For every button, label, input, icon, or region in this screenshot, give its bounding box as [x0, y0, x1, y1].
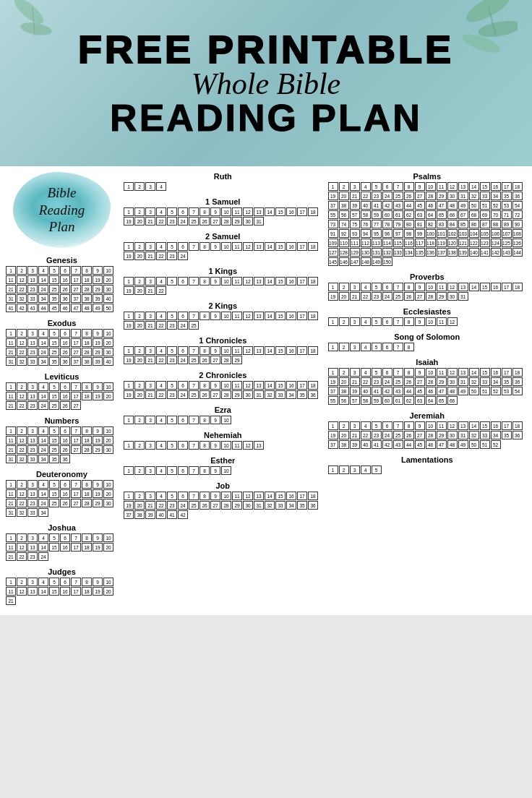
chapter-cell[interactable]: 41	[6, 304, 16, 312]
chapter-cell[interactable]: 14	[38, 338, 48, 347]
chapter-cell[interactable]: 30	[447, 192, 458, 200]
chapter-cell[interactable]: 35	[49, 455, 59, 463]
chapter-cell[interactable]: 21	[6, 285, 16, 293]
chapter-cell[interactable]: 13	[27, 436, 38, 445]
chapter-cell[interactable]: 10	[103, 382, 113, 391]
chapter-cell[interactable]: 22	[156, 501, 166, 510]
chapter-cell[interactable]: 18	[308, 492, 318, 500]
chapter-cell[interactable]: 8	[82, 480, 92, 489]
chapter-cell[interactable]: 89	[502, 220, 512, 228]
chapter-cell[interactable]: 10	[103, 426, 113, 435]
chapter-cell[interactable]: 49	[458, 387, 468, 395]
chapter-cell[interactable]: 10	[103, 480, 113, 489]
chapter-cell[interactable]: 9	[210, 466, 220, 475]
chapter-cell[interactable]: 47	[437, 440, 447, 449]
chapter-cell[interactable]: 19	[93, 436, 103, 445]
chapter-cell[interactable]: 40	[103, 294, 113, 303]
chapter-cell[interactable]: 123	[480, 239, 490, 247]
chapter-cell[interactable]: 69	[480, 210, 490, 219]
chapter-cell[interactable]: 22	[17, 552, 27, 561]
chapter-cell[interactable]: 13	[458, 368, 468, 377]
chapter-cell[interactable]: 2	[134, 207, 145, 216]
chapter-cell[interactable]: 4	[156, 381, 166, 390]
chapter-cell[interactable]: 22	[156, 252, 166, 260]
chapter-cell[interactable]: 13	[254, 346, 264, 355]
chapter-cell[interactable]: 1	[124, 312, 134, 320]
chapter-cell[interactable]: 15	[49, 543, 59, 552]
chapter-cell[interactable]: 14	[38, 587, 48, 596]
chapter-cell[interactable]: 8	[200, 381, 210, 390]
chapter-cell[interactable]: 29	[232, 390, 242, 399]
chapter-cell[interactable]: 26	[200, 217, 210, 226]
chapter-cell[interactable]: 24	[178, 356, 188, 364]
chapter-cell[interactable]: 82	[426, 220, 436, 228]
chapter-cell[interactable]: 35	[297, 390, 307, 399]
chapter-cell[interactable]: 16	[60, 587, 70, 596]
chapter-cell[interactable]: 22	[156, 390, 166, 399]
chapter-cell[interactable]: 5	[167, 381, 177, 390]
chapter-cell[interactable]: 11	[437, 283, 447, 291]
chapter-cell[interactable]: 28	[426, 292, 436, 301]
chapter-cell[interactable]: 10	[221, 312, 231, 320]
chapter-cell[interactable]: 8	[200, 346, 210, 355]
chapter-cell[interactable]: 17	[297, 346, 307, 355]
chapter-cell[interactable]: 14	[38, 392, 48, 400]
chapter-cell[interactable]: 30	[447, 431, 458, 439]
chapter-cell[interactable]: 31	[458, 292, 468, 301]
chapter-cell[interactable]: 33	[27, 294, 38, 303]
chapter-cell[interactable]: 85	[458, 220, 468, 228]
chapter-cell[interactable]: 3	[145, 312, 155, 320]
chapter-cell[interactable]: 50	[469, 440, 479, 449]
chapter-cell[interactable]: 46	[426, 387, 436, 395]
chapter-cell[interactable]: 2	[134, 416, 145, 424]
chapter-cell[interactable]: 17	[71, 392, 81, 400]
chapter-cell[interactable]: 108	[512, 229, 523, 238]
chapter-cell[interactable]: 26	[60, 499, 70, 507]
chapter-cell[interactable]: 31	[458, 431, 468, 439]
chapter-cell[interactable]: 19	[93, 338, 103, 347]
chapter-cell[interactable]: 11	[232, 242, 242, 251]
chapter-cell[interactable]: 8	[200, 207, 210, 216]
chapter-cell[interactable]: 4	[38, 266, 48, 275]
chapter-cell[interactable]: 45	[415, 387, 425, 395]
chapter-cell[interactable]: 6	[178, 492, 188, 500]
chapter-cell[interactable]: 20	[103, 392, 113, 400]
chapter-cell[interactable]: 112	[361, 239, 371, 247]
chapter-cell[interactable]: 15	[275, 242, 286, 251]
chapter-cell[interactable]: 56	[339, 396, 349, 405]
chapter-cell[interactable]: 6	[178, 207, 188, 216]
chapter-cell[interactable]: 46	[60, 304, 70, 312]
chapter-cell[interactable]: 11	[437, 421, 447, 430]
chapter-cell[interactable]: 24	[178, 217, 188, 226]
chapter-cell[interactable]: 47	[437, 201, 447, 210]
chapter-cell[interactable]: 23	[372, 292, 382, 301]
chapter-cell[interactable]: 54	[512, 201, 523, 210]
chapter-cell[interactable]: 7	[71, 533, 81, 542]
chapter-cell[interactable]: 5	[372, 421, 382, 430]
chapter-cell[interactable]: 1	[328, 317, 338, 326]
chapter-cell[interactable]: 27	[210, 390, 220, 399]
chapter-cell[interactable]: 110	[339, 239, 349, 247]
chapter-cell[interactable]: 65	[437, 396, 447, 405]
chapter-cell[interactable]: 46	[426, 201, 436, 210]
chapter-cell[interactable]: 19	[124, 501, 134, 510]
chapter-cell[interactable]: 19	[124, 321, 134, 330]
chapter-cell[interactable]: 6	[60, 266, 70, 275]
chapter-cell[interactable]: 24	[382, 292, 392, 301]
chapter-cell[interactable]: 32	[469, 192, 479, 200]
chapter-cell[interactable]: 48	[447, 201, 458, 210]
chapter-cell[interactable]: 16	[60, 392, 70, 400]
chapter-cell[interactable]: 4	[156, 207, 166, 216]
chapter-cell[interactable]: 4	[156, 182, 166, 191]
chapter-cell[interactable]: 13	[27, 543, 38, 552]
chapter-cell[interactable]: 4	[361, 368, 371, 377]
chapter-cell[interactable]: 9	[93, 329, 103, 338]
chapter-cell[interactable]: 16	[286, 492, 296, 500]
chapter-cell[interactable]: 26	[200, 356, 210, 364]
chapter-cell[interactable]: 2	[339, 421, 349, 430]
chapter-cell[interactable]: 33	[480, 431, 490, 439]
chapter-cell[interactable]: 22	[17, 348, 27, 356]
chapter-cell[interactable]: 6	[60, 533, 70, 542]
chapter-cell[interactable]: 11	[6, 392, 16, 400]
chapter-cell[interactable]: 5	[49, 382, 59, 391]
